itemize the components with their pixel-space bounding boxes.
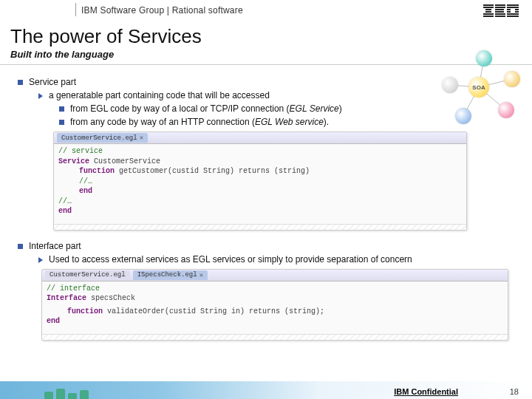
svg-rect-9 <box>495 11 504 13</box>
triangle-bullet-icon <box>38 93 43 99</box>
soa-diagram: SOA <box>433 47 522 129</box>
bullet-interface-part: Interface part <box>18 241 514 251</box>
svg-rect-13 <box>507 7 519 8</box>
svg-rect-0 <box>483 4 494 6</box>
triangle-bullet-icon <box>38 257 43 263</box>
square-bullet-icon <box>59 120 64 125</box>
soa-node <box>498 102 514 118</box>
heading-text: Interface part <box>29 241 81 251</box>
bullet-text: from EGL code by way of a local or TCP/I… <box>70 103 342 114</box>
svg-rect-8 <box>495 9 504 10</box>
header-title: IBM Software Group | Rational software <box>81 5 243 16</box>
code-body: // interface Interface specsCheck functi… <box>42 282 508 334</box>
svg-rect-4 <box>483 13 494 15</box>
bullet-sub: Used to access external services as EGL … <box>38 254 514 265</box>
editor-tab-active: ISpecsCheck.egl✕ <box>133 270 208 280</box>
soa-node <box>442 77 458 93</box>
editor-tabbar: CustomerService.egl ISpecsCheck.egl✕ <box>42 270 508 282</box>
torn-edge <box>42 334 508 340</box>
soa-node <box>504 71 520 87</box>
svg-rect-10 <box>495 13 505 15</box>
close-icon: ✕ <box>200 271 203 279</box>
editor-tab: CustomerService.egl <box>45 270 130 279</box>
torn-edge <box>54 224 466 230</box>
bullet-text: a generatable part containing code that … <box>49 90 270 100</box>
soa-center-node: SOA <box>468 77 489 98</box>
slide-footer: IBM Confidential 18 <box>0 381 532 399</box>
slide-title: The power of Services <box>10 25 522 48</box>
svg-rect-14 <box>507 9 511 10</box>
slide-header: IBM Software Group | Rational software <box>0 0 532 21</box>
heading-text: Service part <box>29 77 76 87</box>
confidential-label: IBM Confidential <box>394 387 458 396</box>
footer-decoration <box>0 381 89 399</box>
svg-rect-15 <box>515 9 519 10</box>
svg-rect-6 <box>495 4 505 6</box>
soa-node <box>476 50 492 66</box>
square-bullet-icon <box>18 244 23 249</box>
svg-rect-19 <box>507 16 519 17</box>
square-bullet-icon <box>18 80 23 85</box>
page-number: 18 <box>510 387 519 396</box>
svg-rect-11 <box>495 16 505 17</box>
soa-node <box>455 108 471 124</box>
svg-rect-7 <box>495 7 505 8</box>
editor-tab: CustomerService.egl✕ <box>57 133 148 143</box>
header-separator <box>75 3 76 16</box>
svg-rect-1 <box>483 7 494 8</box>
code-body: // service Service CustomerService funct… <box>54 144 466 224</box>
svg-rect-12 <box>507 4 519 6</box>
svg-rect-2 <box>485 9 491 10</box>
ibm-logo <box>483 4 519 21</box>
svg-rect-17 <box>515 11 519 13</box>
svg-rect-18 <box>507 13 519 15</box>
bullet-text: from any code by way of an HTTP connecti… <box>70 117 329 127</box>
svg-rect-16 <box>507 11 511 13</box>
square-bullet-icon <box>59 106 64 112</box>
code-snippet-interface: CustomerService.egl ISpecsCheck.egl✕ // … <box>41 269 508 341</box>
svg-rect-5 <box>483 16 494 17</box>
code-snippet-service: CustomerService.egl✕ // service Service … <box>53 132 467 231</box>
svg-rect-3 <box>485 11 491 13</box>
editor-tabbar: CustomerService.egl✕ <box>54 132 466 144</box>
bullet-text: Used to access external services as EGL … <box>49 254 412 265</box>
close-icon: ✕ <box>140 134 143 142</box>
